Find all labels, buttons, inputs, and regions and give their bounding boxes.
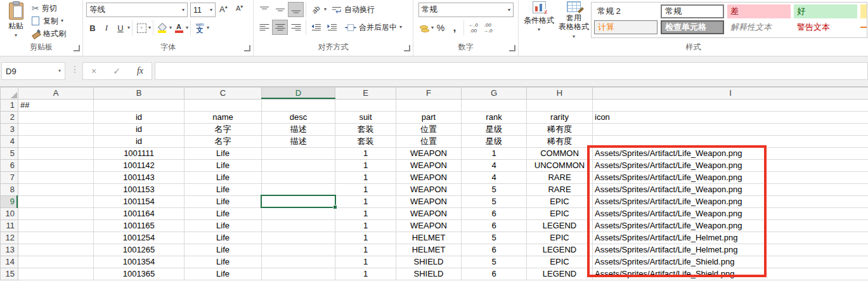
cell-B14[interactable]: 1001354 [94,256,185,268]
cell-D6[interactable] [262,160,335,172]
cell-C2[interactable]: name [185,112,262,124]
dialog-launcher-icon[interactable] [244,45,250,51]
underline-button[interactable]: U [113,21,127,35]
cell-F3[interactable]: 位置 [396,124,462,136]
cell-B5[interactable]: 1001111 [94,148,185,160]
cell-E9[interactable]: 1 [335,196,396,208]
orientation-icon[interactable]: ab [308,2,324,17]
cell-F5[interactable]: WEAPON [396,148,462,160]
cell-D15[interactable] [262,268,335,280]
cell-F15[interactable]: SHIELD [396,268,462,280]
formula-bar-splitter[interactable]: ⋮ [70,64,79,74]
cell-G1[interactable] [462,100,527,112]
cell-C3[interactable]: 名字 [185,124,262,136]
name-box[interactable]: D9 ▾ [1,62,65,80]
decrease-indent-icon[interactable] [308,20,324,35]
row-header-2[interactable]: 2 [1,112,18,124]
cell-E13[interactable]: 1 [335,244,396,256]
cell-style-partial[interactable] [860,20,867,34]
chevron-down-icon[interactable]: ▾ [207,25,209,30]
cell-C1[interactable] [185,100,262,112]
cell-I5[interactable]: Assets/Sprites/Artifact/Life_Weapon.png [593,148,868,160]
increase-decimal-button[interactable]: ←.0 .00 [469,22,478,34]
cell-F6[interactable]: WEAPON [396,160,462,172]
row-header-6[interactable]: 6 [1,160,18,172]
cell-C13[interactable]: Life [185,244,262,256]
conditional-formatting-button[interactable]: ≠ 条件格式 ▾ [522,1,555,32]
cell-H10[interactable]: EPIC [527,208,593,220]
cell-I2[interactable]: icon [593,112,868,124]
cell-H13[interactable]: LEGEND [527,244,593,256]
cell-A12[interactable] [18,232,94,244]
cell-E14[interactable]: 1 [335,256,396,268]
cell-E4[interactable]: 套装 [335,136,396,148]
cell-I15[interactable]: Assets/Sprites/Artifact/Life_Shield.png [593,268,868,280]
cell-B10[interactable]: 1001164 [94,208,185,220]
cell-H9[interactable]: EPIC [527,196,593,208]
cell-style-check-cell[interactable]: 检查单元格 [661,20,724,34]
merge-center-button[interactable]: 合并后居中 ▾ [345,22,402,33]
cell-C12[interactable]: Life [185,232,262,244]
cell-G14[interactable]: 5 [462,256,527,268]
font-color-button[interactable]: A [172,21,186,35]
cell-C14[interactable]: Life [185,256,262,268]
cell-D10[interactable] [262,208,335,220]
cell-E3[interactable]: 套装 [335,124,396,136]
cell-D13[interactable] [262,244,335,256]
cell-A9[interactable] [18,196,94,208]
cell-G4[interactable]: 星级 [462,136,527,148]
cell-E10[interactable]: 1 [335,208,396,220]
decrease-font-button[interactable]: A▾ [236,3,243,19]
accounting-format-button[interactable] [417,21,431,35]
row-header-7[interactable]: 7 [1,172,18,184]
cell-I8[interactable]: Assets/Sprites/Artifact/Life_Weapon.png [593,184,868,196]
font-name-select[interactable]: 等线 ▾ [86,3,188,17]
fill-color-button[interactable] [155,21,169,35]
cut-button[interactable]: ✂ 剪切 [32,3,66,13]
copy-button[interactable]: 复制 ▾ [32,16,66,26]
align-left-icon[interactable] [256,20,272,35]
borders-button[interactable]: + [134,21,148,35]
cell-B1[interactable] [94,100,185,112]
cell-B9[interactable]: 1001154 [94,196,185,208]
row-header-4[interactable]: 4 [1,136,18,148]
dialog-launcher-icon[interactable] [509,45,515,51]
cell-A6[interactable] [18,160,94,172]
row-header-9[interactable]: 9 [1,196,18,208]
cell-I10[interactable]: Assets/Sprites/Artifact/Life_Weapon.png [593,208,868,220]
row-header-12[interactable]: 12 [1,232,18,244]
cell-E15[interactable]: 1 [335,268,396,280]
cell-G9[interactable]: 5 [462,196,527,208]
chevron-down-icon[interactable]: ▾ [148,25,151,30]
cell-G12[interactable]: 5 [462,232,527,244]
cell-A4[interactable] [18,136,94,148]
cell-G11[interactable]: 6 [462,220,527,232]
cell-I12[interactable]: Assets/Sprites/Artifact/Life_Helmet.png [593,232,868,244]
cell-F11[interactable]: WEAPON [396,220,462,232]
column-header-G[interactable]: G [462,88,527,100]
decrease-decimal-button[interactable]: .00 →.0 [483,22,493,34]
cell-B4[interactable]: id [94,136,185,148]
cell-I14[interactable]: Assets/Sprites/Artifact/Life_Shield.png [593,256,868,268]
cell-A11[interactable] [18,220,94,232]
cell-E8[interactable]: 1 [335,184,396,196]
cell-B7[interactable]: 1001143 [94,172,185,184]
cell-style-explanatory[interactable]: 解释性文本 [727,20,791,34]
cell-A14[interactable] [18,256,94,268]
cell-G2[interactable]: rank [462,112,527,124]
cell-H14[interactable]: EPIC [527,256,593,268]
format-as-table-button[interactable]: 套用 表格格式 ▾ [557,1,591,40]
cell-A7[interactable] [18,172,94,184]
cell-C15[interactable]: Life [185,268,262,280]
cell-G15[interactable]: 6 [462,268,527,280]
cell-E2[interactable]: suit [335,112,396,124]
column-header-E[interactable]: E [335,88,396,100]
row-header-13[interactable]: 13 [1,244,18,256]
cell-H4[interactable]: 稀有度 [527,136,593,148]
cell-B8[interactable]: 1001153 [94,184,185,196]
chevron-down-icon[interactable]: ▾ [127,25,130,30]
comma-style-button[interactable]: , [448,21,462,35]
cell-H12[interactable]: EPIC [527,232,593,244]
cell-C5[interactable]: Life [185,148,262,160]
enter-icon[interactable]: ✓ [113,66,120,76]
